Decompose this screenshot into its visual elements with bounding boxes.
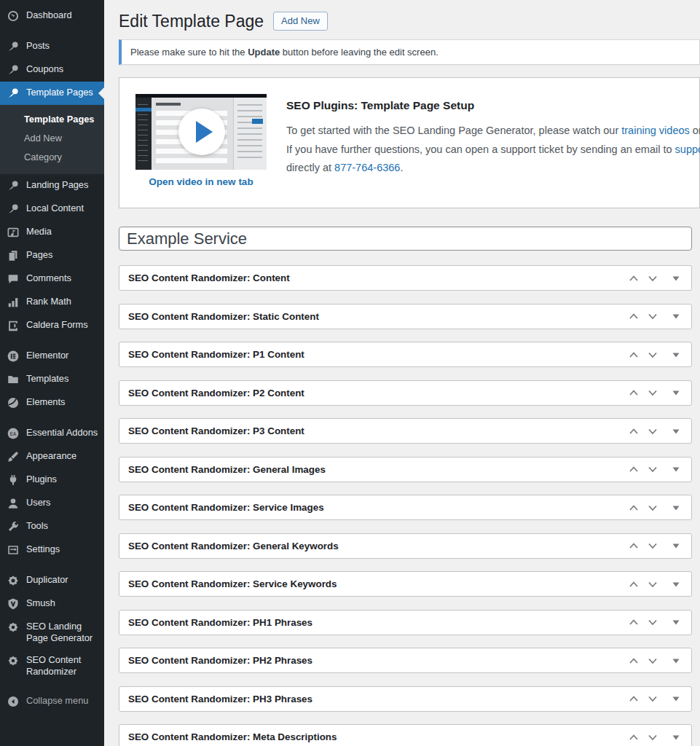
triangle-down-icon[interactable]: [665, 535, 687, 557]
sidebar-item-caldera-forms[interactable]: Caldera Forms: [0, 314, 104, 337]
chevron-down-icon[interactable]: [643, 305, 662, 327]
metabox-title[interactable]: SEO Content Randomizer: General Images: [128, 464, 624, 475]
triangle-down-icon[interactable]: [665, 267, 687, 289]
sidebar-item-coupons[interactable]: Coupons: [0, 58, 104, 82]
metabox-title[interactable]: SEO Content Randomizer: P2 Content: [128, 388, 624, 398]
chevron-up-icon[interactable]: [624, 305, 643, 327]
sidebar-item-templates[interactable]: Templates: [0, 368, 104, 391]
sidebar-item-tools[interactable]: Tools: [0, 515, 104, 538]
sidebar-item-settings[interactable]: Settings: [0, 538, 104, 562]
sidebar-item-smush[interactable]: Smush: [0, 592, 104, 616]
chevron-up-icon[interactable]: [624, 420, 643, 442]
sidebar-item-appearance[interactable]: Appearance: [0, 445, 104, 468]
chevron-up-icon[interactable]: [624, 267, 643, 289]
chevron-up-icon[interactable]: [624, 344, 643, 366]
triangle-down-icon[interactable]: [665, 305, 687, 327]
sidebar-item-pages[interactable]: Pages: [0, 244, 104, 267]
metabox-title[interactable]: SEO Content Randomizer: PH1 Phrases: [128, 617, 624, 628]
triangle-down-icon[interactable]: [665, 458, 687, 480]
sidebar-item-landing-pages[interactable]: Landing Pages: [0, 174, 104, 197]
main-content: Edit Template Page Add New Please make s…: [104, 0, 700, 746]
chevron-up-icon[interactable]: [624, 573, 643, 595]
sidebar-item-users[interactable]: Users: [0, 492, 104, 515]
sidebar-item-seo-landing-page-generator[interactable]: SEO Landing Page Generator: [0, 616, 104, 649]
sidebar-subitem-add-new[interactable]: Add New: [0, 129, 104, 148]
chevron-up-icon[interactable]: [624, 688, 643, 710]
triangle-down-icon[interactable]: [665, 611, 687, 633]
chevron-up-icon[interactable]: [624, 726, 643, 746]
triangle-down-icon[interactable]: [665, 382, 687, 404]
chevron-down-icon[interactable]: [643, 458, 662, 480]
chevron-down-icon[interactable]: [643, 688, 662, 710]
metabox-header: SEO Content Randomizer: PH2 Phrases: [119, 648, 691, 672]
sidebar-item-label: SEO Landing Page Generator: [26, 621, 100, 644]
sidebar-item-rank-math[interactable]: Rank Math: [0, 291, 104, 314]
metabox-controls: [624, 650, 687, 672]
triangle-down-icon[interactable]: [665, 497, 687, 519]
metabox-title[interactable]: SEO Content Randomizer: P1 Content: [128, 349, 624, 360]
training-videos-link[interactable]: training videos: [621, 125, 690, 136]
metabox-title[interactable]: SEO Content Randomizer: P3 Content: [128, 425, 624, 436]
chevron-down-icon[interactable]: [643, 344, 662, 366]
metabox-title[interactable]: SEO Content Randomizer: Meta Description…: [128, 731, 624, 742]
sidebar-item-duplicator[interactable]: Duplicator: [0, 569, 104, 592]
chevron-down-icon[interactable]: [643, 650, 662, 672]
chevron-down-icon[interactable]: [643, 497, 662, 519]
sidebar-item-comments[interactable]: Comments: [0, 267, 104, 291]
chevron-down-icon[interactable]: [643, 535, 662, 557]
sidebar-item-collapse-menu[interactable]: Collapse menu: [0, 690, 104, 713]
chevron-up-icon[interactable]: [624, 382, 643, 404]
sidebar-item-label: Templates: [26, 373, 68, 385]
add-new-button[interactable]: Add New: [273, 12, 328, 31]
play-button-icon[interactable]: [178, 109, 225, 155]
chevron-down-icon[interactable]: [643, 420, 662, 442]
triangle-down-icon[interactable]: [665, 726, 687, 746]
support-email-link[interactable]: support@: [675, 144, 700, 155]
metabox-title[interactable]: SEO Content Randomizer: General Keywords: [128, 541, 624, 551]
triangle-down-icon[interactable]: [665, 420, 687, 442]
chevron-up-icon[interactable]: [624, 497, 643, 519]
metabox-header: SEO Content Randomizer: Static Content: [119, 305, 691, 329]
phone-number-link[interactable]: 877-764-6366: [334, 162, 400, 173]
triangle-down-icon[interactable]: [665, 688, 687, 710]
metabox-title[interactable]: SEO Content Randomizer: Static Content: [128, 311, 624, 322]
metabox-title[interactable]: SEO Content Randomizer: Content: [128, 272, 624, 283]
sidebar-item-essential-addons[interactable]: EAEssential Addons: [0, 422, 104, 445]
metabox-header: SEO Content Randomizer: Meta Description…: [119, 725, 691, 746]
sidebar-item-seo-content-randomizer[interactable]: SEO Content Randomizer: [0, 649, 104, 683]
sidebar-item-media[interactable]: Media: [0, 221, 104, 244]
sidebar-item-dashboard[interactable]: Dashboard: [0, 4, 104, 28]
sidebar-item-local-content[interactable]: Local Content: [0, 197, 104, 221]
metabox-title[interactable]: SEO Content Randomizer: PH2 Phrases: [128, 655, 624, 666]
video-thumbnail[interactable]: [135, 94, 267, 170]
chevron-up-icon[interactable]: [624, 458, 643, 480]
metabox-title[interactable]: SEO Content Randomizer: PH3 Phrases: [128, 694, 624, 704]
sidebar-item-elementor[interactable]: Elementor: [0, 345, 104, 368]
chevron-up-icon[interactable]: [624, 650, 643, 672]
sidebar-subitem-category[interactable]: Category: [0, 148, 104, 167]
chevron-down-icon[interactable]: [643, 573, 662, 595]
metabox-title[interactable]: SEO Content Randomizer: Service Images: [128, 502, 624, 513]
chevron-down-icon[interactable]: [643, 382, 662, 404]
sidebar-subitem-template-pages[interactable]: Template Pages: [0, 110, 104, 129]
chevron-down-icon[interactable]: [643, 726, 662, 746]
post-title-input[interactable]: [119, 227, 692, 251]
chevron-down-icon[interactable]: [643, 611, 662, 633]
metabox-header: SEO Content Randomizer: Service Images: [119, 495, 691, 519]
chevron-up-icon[interactable]: [624, 611, 643, 633]
sidebar-item-plugins[interactable]: Plugins: [0, 468, 104, 492]
sidebar-item-elements[interactable]: Elements: [0, 391, 104, 415]
triangle-down-icon[interactable]: [665, 650, 687, 672]
gear-icon: [7, 654, 20, 667]
sidebar-item-template-pages[interactable]: Template Pages: [0, 82, 104, 105]
open-video-link[interactable]: Open video in new tab: [135, 176, 267, 187]
gear-icon: [7, 621, 20, 634]
triangle-down-icon[interactable]: [665, 344, 687, 366]
sidebar-item-posts[interactable]: Posts: [0, 35, 104, 58]
sidebar-item-label: Elementor: [26, 350, 68, 361]
chevron-up-icon[interactable]: [624, 535, 643, 557]
help-text-line-3: directly at 877-764-6366.: [286, 159, 700, 178]
metabox-title[interactable]: SEO Content Randomizer: Service Keywords: [128, 578, 624, 589]
chevron-down-icon[interactable]: [643, 267, 662, 289]
triangle-down-icon[interactable]: [665, 573, 687, 595]
